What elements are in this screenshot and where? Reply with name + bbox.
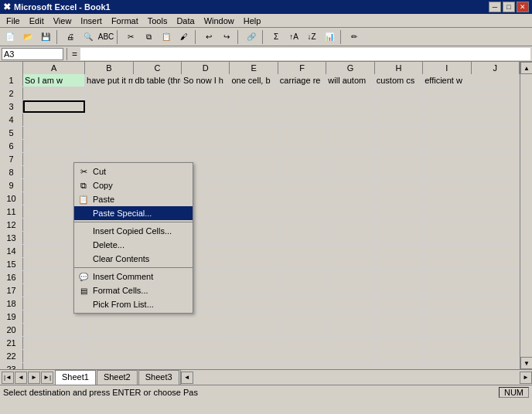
copy-button[interactable]: ⧉	[140, 29, 157, 45]
cell-B1[interactable]: have put it my	[85, 74, 133, 87]
scroll-right-button[interactable]: ►	[520, 372, 532, 384]
chart-button[interactable]: 📊	[321, 29, 338, 45]
ctx-menu-pick-from-list[interactable]: Pick From List...	[74, 297, 193, 311]
sheet-tab-3[interactable]: Sheet3	[138, 370, 179, 385]
sheet-tab-2[interactable]: Sheet2	[97, 370, 138, 385]
menu-view[interactable]: View	[49, 15, 77, 26]
cell-B2[interactable]	[85, 87, 133, 100]
cell-D3[interactable]	[182, 100, 230, 113]
format-painter-button[interactable]: 🖌	[176, 29, 193, 45]
new-button[interactable]: 📄	[2, 29, 19, 45]
cell-E3[interactable]	[230, 100, 278, 113]
cell-D2[interactable]	[182, 87, 230, 100]
cell-F1[interactable]: carriage re	[278, 74, 326, 87]
tab-last-button[interactable]: ►|	[41, 372, 53, 384]
cell-C1[interactable]: db table (through	[134, 74, 182, 87]
name-box[interactable]	[2, 48, 63, 60]
cell-G2[interactable]	[326, 87, 374, 100]
sheet-tab-1[interactable]: Sheet1	[55, 370, 96, 385]
ctx-menu-paste-special[interactable]: Paste Special...	[74, 206, 193, 220]
cell-B3[interactable]	[85, 100, 133, 113]
menu-file[interactable]: File	[2, 15, 25, 26]
col-header-H[interactable]: H	[375, 62, 423, 74]
cell-H3[interactable]	[375, 100, 423, 113]
cell-F2[interactable]	[278, 87, 326, 100]
cell-A3-selected[interactable]	[23, 100, 85, 113]
close-button[interactable]: ✕	[517, 2, 529, 12]
cell-G1[interactable]: will autom	[326, 74, 374, 87]
col-header-E[interactable]: E	[230, 62, 278, 74]
cell-G3[interactable]	[326, 100, 374, 113]
cell-H1[interactable]: custom cs	[375, 74, 423, 87]
cell-D1[interactable]: So now I h	[182, 74, 230, 87]
scroll-track[interactable]	[520, 74, 532, 357]
redo-button[interactable]: ↪	[218, 29, 235, 45]
hyperlink-button[interactable]: 🔗	[243, 29, 260, 45]
cell-A2[interactable]	[23, 87, 85, 100]
tab-first-button[interactable]: |◄	[2, 372, 14, 384]
menu-format[interactable]: Format	[107, 15, 143, 26]
cell-I2[interactable]	[423, 87, 471, 100]
scroll-up-button[interactable]: ▲	[520, 62, 532, 74]
sort-desc-button[interactable]: ↓Z	[303, 29, 320, 45]
ctx-menu-clear[interactable]: Clear Contents	[74, 252, 193, 266]
scroll-down-button[interactable]: ▼	[520, 357, 532, 369]
drawing-button[interactable]: ✏	[346, 29, 363, 45]
menu-tools[interactable]: Tools	[143, 15, 172, 26]
cell-I3[interactable]	[423, 100, 471, 113]
cell-E1[interactable]: one cell, b	[230, 74, 278, 87]
minimize-button[interactable]: ─	[489, 2, 501, 12]
col-header-B[interactable]: B	[85, 62, 133, 74]
col-header-C[interactable]: C	[134, 62, 182, 74]
cut-button[interactable]: ✂	[122, 29, 139, 45]
ctx-menu-insert-copied[interactable]: Insert Copied Cells...	[74, 224, 193, 238]
copy-icon: ⧉	[77, 179, 90, 192]
horizontal-scrollbar[interactable]: ◄ ►	[180, 370, 532, 385]
menu-data[interactable]: Data	[172, 15, 199, 26]
maximize-button[interactable]: □	[503, 2, 515, 12]
tab-next-button[interactable]: ►	[28, 372, 40, 384]
cell-I1[interactable]: efficient w	[423, 74, 471, 87]
preview-button[interactable]: 🔍	[80, 29, 97, 45]
formula-input[interactable]	[80, 48, 530, 60]
ctx-menu-paste[interactable]: 📋 Paste	[74, 192, 193, 206]
save-button[interactable]: 💾	[37, 29, 54, 45]
cell-F3[interactable]	[278, 100, 326, 113]
col-header-D[interactable]: D	[182, 62, 230, 74]
paste-button[interactable]: 📋	[158, 29, 175, 45]
col-header-G[interactable]: G	[326, 62, 374, 74]
ctx-menu-insert-comment[interactable]: 💬 Insert Comment	[74, 270, 193, 283]
col-header-A[interactable]: A	[23, 62, 85, 74]
ctx-menu-delete[interactable]: Delete...	[74, 238, 193, 252]
col-header-I[interactable]: I	[423, 62, 471, 74]
vertical-scrollbar[interactable]: ▲ ▼	[520, 62, 532, 369]
row-number-1: 1	[0, 74, 23, 87]
sort-asc-button[interactable]: ↑A	[285, 29, 302, 45]
cell-C2[interactable]	[134, 87, 182, 100]
ctx-menu-cut[interactable]: ✂ Cut	[74, 165, 193, 178]
menu-edit[interactable]: Edit	[25, 15, 49, 26]
menu-window[interactable]: Window	[200, 15, 239, 26]
cell-C3[interactable]	[134, 100, 182, 113]
ctx-menu-copy[interactable]: ⧉ Copy	[74, 178, 193, 192]
undo-button[interactable]: ↩	[200, 29, 217, 45]
scroll-left-button[interactable]: ◄	[181, 372, 193, 384]
cell-A1[interactable]: So I am w	[23, 74, 85, 87]
autosum-button[interactable]: Σ	[268, 29, 285, 45]
menu-insert[interactable]: Insert	[76, 15, 107, 26]
print-button[interactable]: 🖨	[62, 29, 79, 45]
cell-J2[interactable]	[472, 87, 520, 100]
open-button[interactable]: 📂	[19, 29, 36, 45]
cell-H2[interactable]	[375, 87, 423, 100]
bottom-bar: |◄ ◄ ► ►| Sheet1 Sheet2 Sheet3 ◄ ►	[0, 369, 532, 385]
col-header-F[interactable]: F	[278, 62, 326, 74]
menu-help[interactable]: Help	[239, 15, 266, 26]
cell-E2[interactable]	[230, 87, 278, 100]
cell-J3[interactable]	[472, 100, 520, 113]
col-header-J[interactable]: J	[472, 62, 520, 74]
spellcheck-button[interactable]: ABC	[97, 29, 114, 45]
tab-prev-button[interactable]: ◄	[15, 372, 27, 384]
hscroll-track[interactable]	[193, 374, 520, 382]
ctx-menu-format-cells[interactable]: ▤ Format Cells...	[74, 283, 193, 297]
cell-J1[interactable]	[472, 74, 520, 87]
